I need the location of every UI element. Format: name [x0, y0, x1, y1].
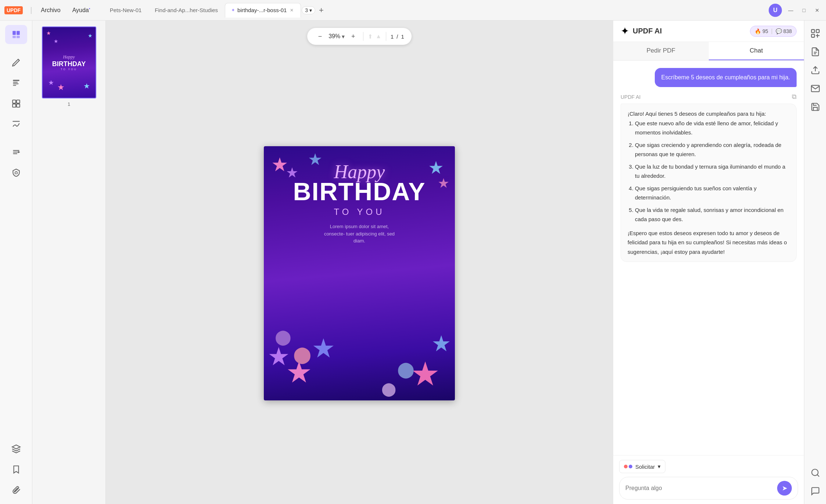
solicitar-dots [624, 465, 632, 468]
svg-rect-0 [12, 31, 16, 35]
zoom-in-button[interactable]: + [348, 31, 359, 42]
extract-button[interactable] [807, 43, 824, 60]
message-count: 838 [783, 28, 792, 34]
tool-protect[interactable] [5, 163, 27, 182]
user-avatar[interactable]: U [769, 4, 782, 17]
tab-find[interactable]: Find-and-Ap...her-Studies [148, 3, 224, 18]
convert-icon [11, 147, 21, 157]
fire-credits: 🔥 95 [755, 28, 768, 34]
balloon-center-left: ⬤ [293, 345, 311, 364]
ai-logo-text: UPDF AI [633, 27, 662, 35]
tab-find-label: Find-and-Ap...her-Studies [155, 7, 218, 13]
fire-icon: 🔥 [755, 28, 761, 34]
pdf-text-content: Happy BIRTHDAY TO YOU Lorem ipsum dolor … [293, 161, 425, 252]
mail-button[interactable] [807, 80, 824, 97]
mini-star-1: ★ [46, 30, 51, 36]
tool-layers[interactable] [5, 439, 27, 458]
ai-header: ✦ UPDF AI 🔥 95 | 💬 838 [613, 21, 804, 42]
tab-bar: Pets-New-01 Find-and-Ap...her-Studies ✦ … [104, 3, 766, 18]
export-icon [811, 65, 820, 75]
app-logo: UPDF [4, 6, 23, 14]
mini-balloon-3: ★ [83, 82, 90, 90]
solicitar-dropdown[interactable]: Solicitar ▾ [619, 460, 665, 473]
minimize-button[interactable]: — [786, 6, 795, 15]
chat-input-field[interactable] [625, 485, 773, 492]
tool-edit[interactable] [5, 73, 27, 93]
input-row: ➤ [619, 477, 798, 500]
tool-organize[interactable] [5, 94, 27, 113]
export-button[interactable] [807, 62, 824, 79]
tool-convert[interactable] [5, 143, 27, 162]
ai-message-container: UPDF AI ⧉ ¡Claro! Aquí tienes 5 deseos d… [621, 93, 797, 262]
tool-fillsign[interactable] [5, 115, 27, 134]
chat-panel-button[interactable] [807, 483, 824, 500]
ai-message-header: UPDF AI ⧉ [621, 93, 797, 101]
mini-to-you: TO YOU [61, 68, 77, 71]
svg-rect-15 [816, 30, 819, 33]
close-button[interactable]: ✕ [813, 6, 822, 15]
maximize-button[interactable]: □ [800, 6, 808, 15]
tab-birthday[interactable]: ✦ birthday-...r-boss-01 ✕ [225, 3, 301, 18]
nav-prev-button[interactable]: ▲ [376, 33, 381, 40]
tab-close-button[interactable]: ✕ [289, 7, 295, 13]
copy-button[interactable]: ⧉ [792, 93, 797, 101]
tab-chat[interactable]: Chat [709, 42, 804, 60]
send-button[interactable]: ➤ [777, 481, 792, 496]
tool-attach[interactable] [5, 480, 27, 500]
message-credits: 💬 838 [776, 28, 792, 34]
chevron-down-icon: ▾ [309, 7, 312, 13]
page-total: 1 [401, 33, 404, 40]
page-sep: / [396, 33, 398, 40]
star-bottom-left-1: ★ [267, 342, 290, 371]
menu-archivo[interactable]: Archivo [36, 6, 65, 15]
zoom-dropdown[interactable]: ▾ [342, 33, 345, 40]
tab-pets[interactable]: Pets-New-01 [104, 3, 148, 18]
zoom-level: 39% [328, 33, 340, 40]
page-indicator: 1 / 1 [391, 33, 404, 40]
pdf-page: ★ ★ ★ ★ ★ ★ ★ ★ ★ ★ ⬤ ⬤ ⬤ ⬤ Happy BIRTHD… [264, 146, 455, 400]
mini-birthday: BIRTHDAY [52, 61, 86, 67]
pdf-to-you-text: TO YOU [334, 207, 385, 217]
save-icon [811, 102, 820, 112]
layers-icon [11, 444, 21, 454]
search-right-button[interactable] [807, 464, 824, 481]
mini-star-3: ★ [54, 38, 58, 44]
balloon-center: ⬤ [397, 360, 414, 378]
svg-rect-8 [12, 100, 16, 103]
mini-balloon-2: ★ [57, 83, 65, 92]
ai-panel: ✦ UPDF AI 🔥 95 | 💬 838 Pedir PDF [613, 21, 804, 504]
logo-text: UPDF [7, 7, 21, 13]
tool-read[interactable] [5, 25, 27, 44]
extract-icon [811, 47, 820, 57]
ai-logo: ✦ UPDF AI [621, 25, 662, 37]
star-bottom-center: ★ [312, 333, 335, 364]
ai-intro: ¡Claro! Aquí tienes 5 deseos de cumpleañ… [628, 109, 790, 119]
mini-card: ★ ★ ★ Happy BIRTHDAY TO YOU ★ ★ ★ [43, 27, 96, 98]
svg-rect-11 [17, 104, 20, 107]
fillsign-icon [11, 119, 21, 129]
ai-credits-badge[interactable]: 🔥 95 | 💬 838 [750, 26, 797, 37]
read-icon [11, 30, 21, 39]
user-message: Escríbeme 5 deseos de cumpleaños para mi… [655, 68, 797, 87]
ocr-button[interactable] [807, 25, 824, 42]
tab-count-badge[interactable]: 3 ▾ [302, 6, 315, 14]
new-tab-button[interactable]: + [316, 3, 327, 18]
pdf-lorem-text: Lorem ipsum dolor sit amet, consecte- tu… [323, 223, 396, 245]
left-sidebar [0, 21, 32, 504]
zoom-out-button[interactable]: − [315, 31, 326, 42]
balloon-left: ⬤ [275, 328, 291, 345]
save-button[interactable] [807, 98, 824, 115]
menu-ayuda[interactable]: Ayuda• [68, 5, 95, 15]
wish-1: Que este nuevo año de vida esté lleno de… [635, 119, 790, 137]
page-current: 1 [391, 33, 394, 40]
thumbnail-page-1[interactable]: ★ ★ ★ Happy BIRTHDAY TO YOU ★ ★ ★ 1 [42, 26, 96, 107]
tool-annotate[interactable] [5, 53, 27, 72]
thumbnail-image: ★ ★ ★ Happy BIRTHDAY TO YOU ★ ★ ★ [42, 26, 96, 98]
fire-count: 95 [762, 28, 768, 34]
attach-icon [11, 485, 21, 495]
chat-area[interactable]: Escríbeme 5 deseos de cumpleaños para mi… [613, 61, 804, 455]
pdf-toolbar: − 39% ▾ + ⬆ ▲ 1 / 1 [307, 28, 412, 45]
nav-first-button[interactable]: ⬆ [368, 33, 373, 40]
tool-bookmark[interactable] [5, 460, 27, 479]
tab-pedir-pdf[interactable]: Pedir PDF [613, 42, 709, 60]
